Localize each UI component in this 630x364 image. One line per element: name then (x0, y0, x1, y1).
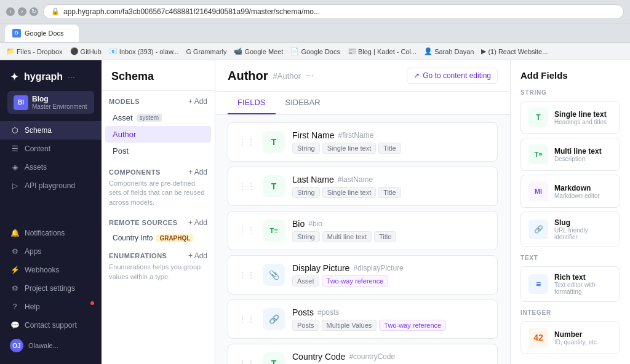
models-section-header: MODELS + Add (102, 91, 215, 109)
enumerations-desc: Enumerations helps you group values with… (102, 260, 215, 287)
field-card-first-name[interactable]: ⋮⋮ T First Name #firstName String Single… (228, 122, 498, 162)
bookmark-label: GitHub (81, 48, 102, 55)
nav-label-schema: Schema (25, 126, 52, 135)
field-slug-country-code: #countryCode (349, 352, 395, 361)
field-tags-first-name: String Single line text Title (292, 143, 487, 154)
type-desc-number: ID, quantity, etc. (554, 339, 599, 346)
grammarly-icon: G (186, 48, 191, 55)
components-header: COMPONENTS + Add (102, 162, 215, 176)
tag-multi-line: Multi line text (322, 231, 372, 242)
tabs-bar: FIELDS SIDEBAR (215, 92, 510, 115)
back-button[interactable]: ‹ (6, 7, 15, 16)
env-badge[interactable]: BI Blog Master Environment (7, 91, 94, 114)
nav-item-content[interactable]: ☰ Content (0, 140, 102, 158)
bookmark-grammarly[interactable]: G Grammarly (186, 48, 226, 55)
bookmark-gdocs[interactable]: 📄 Google Docs (290, 47, 340, 55)
remote-item-country-info[interactable]: Country Info GRAPHQL (105, 231, 211, 245)
gdocs-icon: 📄 (290, 47, 299, 55)
tab-label: Google Docs (25, 30, 64, 37)
nav-label-apps: Apps (25, 247, 41, 256)
models-label: MODELS (109, 98, 140, 105)
forward-button[interactable]: › (18, 7, 26, 16)
nav-label-assets: Assets (25, 163, 47, 172)
type-desc-markdown: Markdown editor (554, 192, 600, 199)
tab-fields[interactable]: FIELDS (228, 92, 276, 114)
bookmark-inbox[interactable]: 📧 Inbox (393) - olaw... (109, 47, 179, 55)
field-card-posts[interactable]: ⋮⋮ 🔗 Posts #posts Posts Multiple Values … (228, 299, 498, 339)
content-header: Author #Author ··· ↗ Go to content editi… (215, 60, 510, 92)
type-card-single-line[interactable]: T Single line text Headings and titles (520, 101, 620, 134)
go-content-button[interactable]: ↗ Go to content editing (407, 68, 498, 84)
nav-item-assets[interactable]: ◈ Assets (0, 158, 102, 176)
url-bar[interactable]: 🔒 app.hygraph.com/fa3cb006567c468881f216… (43, 4, 624, 19)
type-name-markdown: Markdown (554, 184, 600, 192)
go-content-label: Go to content editing (423, 71, 491, 80)
fields-list: ⋮⋮ T First Name #firstName String Single… (215, 115, 510, 364)
logo-area: ✦ hygraph ··· (0, 68, 102, 91)
model-item-post[interactable]: Post (105, 143, 211, 159)
tag-string: String (292, 187, 320, 198)
bookmark-label: Grammarly (193, 48, 226, 55)
type-card-number[interactable]: 42 Number ID, quantity, etc. (520, 321, 620, 354)
drag-handle-last-name[interactable]: ⋮⋮ (238, 181, 255, 191)
type-card-slug[interactable]: 🔗 Slug URL friendly identifier (520, 212, 620, 247)
drag-handle-bio[interactable]: ⋮⋮ (238, 226, 255, 235)
field-info-last-name: Last Name #lastName String Single line t… (292, 175, 487, 198)
type-card-multi-line[interactable]: T≡ Multi line text Description (520, 138, 620, 171)
field-slug-bio: #bio (308, 220, 322, 228)
nav-item-apps[interactable]: ⚙ Apps (0, 242, 102, 261)
tab-sidebar[interactable]: SIDEBAR (276, 92, 330, 114)
nav-item-help[interactable]: ? Help (0, 298, 102, 316)
more-options-button[interactable]: ··· (306, 70, 314, 81)
components-add-button[interactable]: + Add (188, 168, 207, 176)
bookmark-github[interactable]: ⚫ GitHub (70, 47, 102, 55)
right-panel: Add Fields STRING T Single line text Hea… (510, 60, 630, 364)
nav-item-contact-support[interactable]: 💬 Contact support (0, 316, 102, 334)
model-label-post: Post (113, 146, 129, 156)
nav-item-notifications[interactable]: 🔔 Notifications (0, 224, 102, 242)
tag-posts: Posts (292, 320, 319, 331)
bookmark-icon: 📁 (6, 47, 15, 55)
drag-handle-display-picture[interactable]: ⋮⋮ (238, 270, 255, 280)
field-card-display-picture[interactable]: ⋮⋮ 📎 Display Picture #displayPicture Ass… (228, 255, 498, 295)
field-tags-posts: Posts Multiple Values Two-way reference (292, 320, 487, 331)
string-section-label: STRING (520, 89, 620, 96)
drag-handle-country-code[interactable]: ⋮⋮ (238, 358, 255, 364)
field-icon-display-picture: 📎 (263, 264, 285, 286)
remote-sources-add-button[interactable]: + Add (188, 218, 207, 227)
hygraph-logo: ✦ (10, 70, 19, 84)
bookmark-meet[interactable]: 📹 Google Meet (234, 47, 283, 55)
enumerations-add-button[interactable]: + Add (188, 251, 207, 260)
field-card-bio[interactable]: ⋮⋮ T≡ Bio #bio String Multi line text Ti… (228, 211, 498, 250)
nav-label-help: Help (25, 303, 40, 311)
nav-item-avatar[interactable]: OJ Olawale... (0, 334, 102, 357)
model-item-author[interactable]: Author (105, 126, 211, 143)
type-card-markdown[interactable]: Ml Markdown Markdown editor (520, 175, 620, 208)
field-card-country-code[interactable]: ⋮⋮ T Country Code #countryCode String Si… (228, 344, 498, 364)
browser-bar: ‹ › ↻ 🔒 app.hygraph.com/fa3cb006567c4688… (0, 0, 630, 23)
model-item-asset[interactable]: Asset system (105, 109, 211, 126)
nav-item-project-settings[interactable]: ⚙ Project settings (0, 279, 102, 298)
models-add-button[interactable]: + Add (188, 97, 207, 106)
type-name-number: Number (554, 330, 599, 339)
bookmark-dropbox[interactable]: 📁 Files - Dropbox (6, 47, 63, 55)
active-tab[interactable]: D Google Docs (5, 25, 79, 42)
nav-item-webhooks[interactable]: ⚡ Webhooks (0, 261, 102, 279)
type-desc-slug: URL friendly identifier (554, 227, 612, 240)
nav-item-schema[interactable]: ⬡ Schema (0, 121, 102, 140)
field-card-last-name[interactable]: ⋮⋮ T Last Name #lastName String Single l… (228, 167, 498, 206)
help-notification-dot (90, 301, 94, 305)
sarah-icon: 👤 (424, 47, 433, 55)
drag-handle-posts[interactable]: ⋮⋮ (238, 314, 255, 324)
bookmark-blog[interactable]: 📰 Blog | Kadet - Col... (348, 47, 417, 55)
apps-icon: ⚙ (10, 247, 20, 256)
refresh-button[interactable]: ↻ (30, 7, 38, 16)
type-info-number: Number ID, quantity, etc. (554, 330, 599, 346)
nav-item-api-playground[interactable]: ▷ API playground (0, 176, 102, 195)
bookmark-react[interactable]: ▶ (1) React Website... (481, 47, 548, 55)
bookmark-sarah[interactable]: 👤 Sarah Dayan (424, 47, 474, 55)
type-card-rich-text[interactable]: ≡ Rich text Text editor with formatting (520, 266, 620, 302)
drag-handle-first-name[interactable]: ⋮⋮ (238, 137, 255, 147)
field-name-last-name: Last Name #lastName (292, 175, 487, 184)
type-desc-multi-line: Description (554, 156, 602, 162)
